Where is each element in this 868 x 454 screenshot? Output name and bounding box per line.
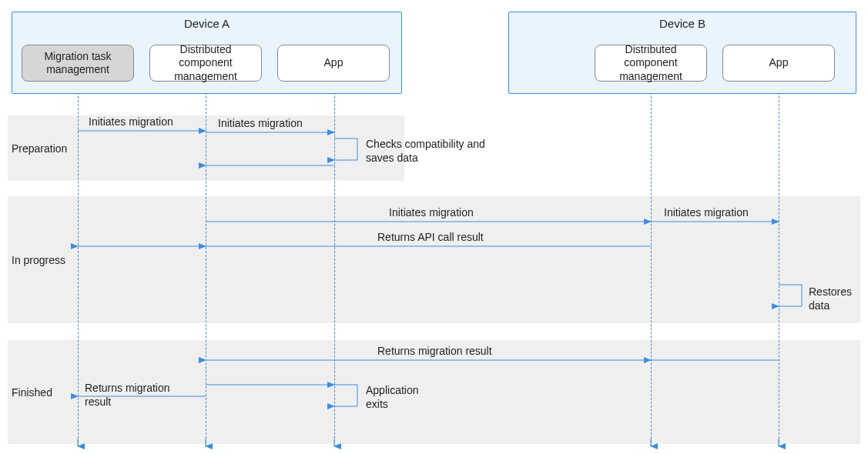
lifeline-a-app [334, 85, 335, 446]
actor-b-dcm: Distributed component management [595, 45, 707, 82]
msg-returns-api: Returns API call result [377, 231, 484, 243]
actor-b-app: App [722, 45, 835, 82]
phase-preparation-label: Preparation [12, 115, 73, 181]
device-b-title: Device B [509, 12, 856, 32]
msg-initiates-3: Initiates migration [389, 206, 474, 219]
lifeline-a-mtm [78, 85, 79, 446]
lifeline-b-dcm [651, 85, 652, 446]
note-checks-compat: Checks compatibility and saves data [366, 137, 489, 165]
msg-returns-mig-1: Returns migration result [377, 345, 492, 357]
actor-a-mtm: Migration task management [22, 45, 134, 82]
actor-a-app: App [277, 45, 390, 82]
phase-inprogress-label: In progress [12, 196, 73, 323]
lifeline-a-dcm [206, 85, 206, 446]
device-a-title: Device A [12, 12, 401, 32]
msg-initiates-2: Initiates migration [218, 117, 303, 129]
msg-initiates-1: Initiates migration [89, 115, 173, 128]
msg-initiates-4: Initiates migration [664, 206, 749, 219]
note-app-exits: Application exits [366, 383, 443, 411]
msg-returns-mig-2: Returns migration result [85, 381, 185, 409]
lifeline-b-app [779, 85, 779, 446]
sequence-diagram: Preparation In progress Finished Device … [0, 0, 868, 454]
actor-a-dcm: Distributed component management [149, 45, 262, 82]
phase-finished-label: Finished [12, 340, 73, 444]
note-restores-data: Restores data [809, 285, 863, 312]
